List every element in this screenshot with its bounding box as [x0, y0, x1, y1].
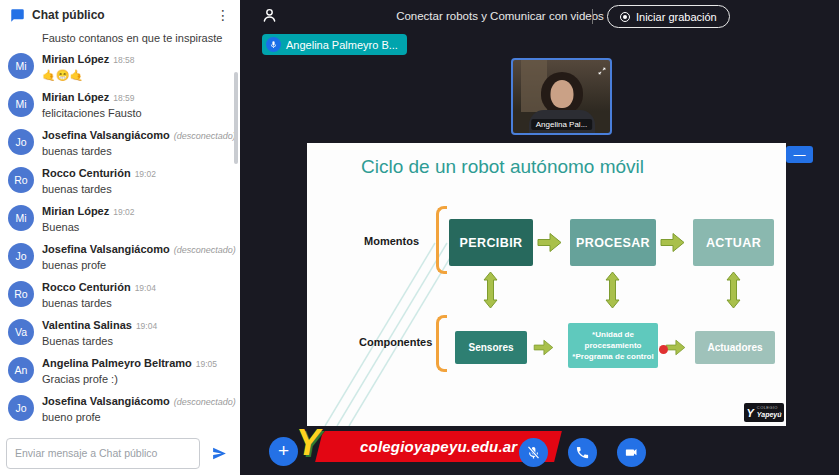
avatar: Ro — [8, 281, 34, 307]
message-text: Buenas — [42, 220, 135, 234]
chat-bubble-icon — [10, 8, 25, 23]
send-button[interactable] — [204, 438, 234, 468]
message-text: buenas profe — [42, 258, 234, 272]
slide-title: Ciclo de un robot autónomo móvil — [361, 156, 644, 178]
minimize-button[interactable]: — — [786, 146, 813, 163]
av-controls — [519, 438, 646, 467]
message-author: Angelina Palmeyro Beltramo — [42, 357, 192, 370]
message-time: 19:04 — [136, 320, 157, 333]
chat-scrollbar[interactable] — [234, 72, 238, 164]
camera-icon — [624, 445, 639, 460]
phone-icon — [575, 445, 590, 460]
message-text: Gracias profe :) — [42, 372, 217, 386]
record-icon — [620, 12, 630, 22]
chat-message: Jo Josefina Valsangiácomo (desconectado)… — [8, 395, 234, 424]
arrow-right-icon — [533, 339, 554, 356]
slide-box-procesar: PROCESAR — [570, 219, 656, 266]
message-time: 19:02 — [113, 206, 134, 219]
chat-message: Jo Josefina Valsangiácomo (desconectado)… — [8, 129, 234, 158]
app-window: Chat público ⋮ Fausto contanos en que te… — [0, 0, 839, 475]
meeting-stage: Conectar robots y Comunicar con videos I… — [240, 0, 839, 475]
slide-box-percibir: PERCIBIR — [449, 219, 533, 266]
topbar-divider — [592, 9, 593, 24]
message-text: 🤙😁🤙 — [42, 68, 135, 82]
message-author: Josefina Valsangiácomo — [42, 129, 170, 142]
slide-box-actuar: ACTUAR — [693, 219, 774, 266]
momentos-bracket — [436, 206, 447, 274]
avatar: Ro — [8, 167, 34, 193]
message-text: felicitaciones Fausto — [42, 106, 142, 120]
arrow-vertical-icon — [726, 271, 741, 309]
avatar: Va — [8, 319, 34, 345]
chat-title: Chat público — [32, 8, 105, 22]
shared-slide: Ciclo de un robot autónomo móvil Momento… — [307, 143, 786, 426]
message-author: Rocco Centurión — [42, 167, 131, 180]
expand-icon[interactable] — [597, 62, 607, 80]
message-text: buenas tardes — [42, 144, 234, 158]
chat-message-partial: Fausto contanos en que te inspiraste — [42, 32, 234, 45]
chat-message: Ro Rocco Centurión 19:04 buenas tardes — [8, 281, 234, 310]
componentes-bracket — [436, 315, 447, 372]
chat-message: Mi Mirian López 18:59 felicitaciones Fau… — [8, 91, 234, 120]
pointer-dot — [659, 345, 668, 354]
send-icon — [211, 445, 228, 462]
message-time: 19:02 — [135, 168, 156, 181]
chat-message: Va Valentina Salinas 19:04 Buenas tardes — [8, 319, 234, 348]
record-button[interactable]: Iniciar grabación — [607, 5, 730, 28]
message-author: Mirian López — [42, 53, 109, 66]
avatar: Mi — [8, 91, 34, 117]
chat-message: Jo Josefina Valsangiácomo (desconectado)… — [8, 243, 234, 272]
arrow-vertical-icon — [483, 271, 498, 309]
participants-button[interactable] — [260, 6, 279, 28]
message-author: Valentina Salinas — [42, 319, 132, 332]
message-author: Rocco Centurión — [42, 281, 131, 294]
slide-box-sensores: Sensores — [455, 331, 527, 364]
message-author: Mirian López — [42, 91, 109, 104]
chat-message: Mi Mirian López 18:58 🤙😁🤙 — [8, 53, 234, 82]
meeting-title: Conectar robots y Comunicar con videos — [360, 10, 640, 22]
avatar: Jo — [8, 243, 34, 269]
componentes-label: Componentes — [359, 336, 432, 348]
chat-input[interactable] — [6, 438, 200, 469]
avatar: Jo — [8, 129, 34, 155]
chat-footer — [0, 431, 240, 475]
message-text: Buenas tardes — [42, 334, 157, 348]
avatar: Mi — [8, 205, 34, 231]
participants-icon — [260, 6, 279, 25]
slide-box-actuadores: Actuadores — [695, 331, 775, 364]
message-author: Mirian López — [42, 205, 109, 218]
message-text: buenas tardes — [42, 182, 156, 196]
mic-badge — [266, 37, 281, 52]
phone-button[interactable] — [568, 438, 597, 467]
mic-icon — [269, 40, 278, 49]
chat-message: Ro Rocco Centurión 19:02 buenas tardes — [8, 167, 234, 196]
camera-button[interactable] — [617, 438, 646, 467]
video-thumbnail[interactable]: Angelina Pal... — [511, 58, 612, 135]
avatar: Mi — [8, 53, 34, 79]
chat-panel: Chat público ⋮ Fausto contanos en que te… — [0, 0, 240, 475]
arrow-vertical-icon — [605, 271, 620, 309]
avatar: Jo — [8, 395, 34, 421]
mute-microphone-button[interactable] — [519, 438, 548, 467]
message-author: Josefina Valsangiácomo — [42, 395, 170, 408]
record-label: Iniciar grabación — [636, 11, 717, 23]
slide-decoration-lines — [307, 143, 786, 426]
message-author: Josefina Valsangiácomo — [42, 243, 170, 256]
arrow-right-icon — [537, 232, 562, 253]
chat-message: Mi Mirian López 19:02 Buenas — [8, 205, 234, 234]
mic-muted-icon — [526, 445, 541, 460]
message-status: (desconectado) — [174, 130, 236, 143]
arrow-right-icon — [665, 339, 686, 356]
slide-box-unidad: *Unidad de procesamiento *Programa de co… — [568, 323, 658, 368]
message-status: (desconectado) — [174, 244, 236, 257]
message-status: (desconectado) — [174, 396, 236, 409]
message-text: bueno profe — [42, 410, 234, 424]
avatar: An — [8, 357, 34, 383]
thumbnail-name-label: Angelina Pal... — [531, 119, 593, 130]
momentos-label: Momentos — [364, 235, 419, 247]
add-button[interactable]: + — [269, 437, 298, 466]
message-text: buenas tardes — [42, 296, 156, 310]
message-time: 18:59 — [113, 92, 134, 105]
chat-menu-icon[interactable]: ⋮ — [216, 8, 230, 22]
chat-header: Chat público ⋮ — [0, 0, 240, 30]
